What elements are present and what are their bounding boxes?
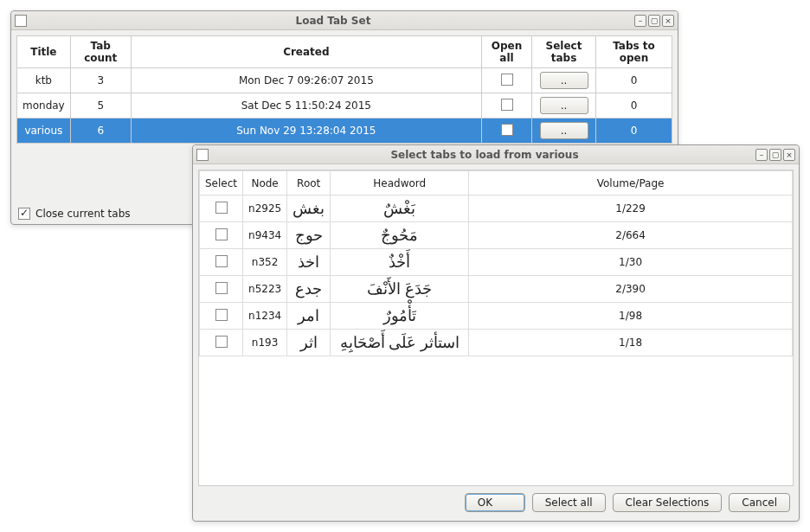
table-row[interactable]: various 6 Sun Nov 29 13:28:04 2015 .. 0 bbox=[17, 119, 672, 144]
open-all-checkbox[interactable] bbox=[501, 99, 513, 111]
table-row[interactable]: n2925 بغش بَغْشٌ 1/229 bbox=[200, 195, 793, 222]
select-checkbox[interactable] bbox=[215, 228, 228, 240]
window-icon bbox=[196, 149, 209, 161]
select-all-button[interactable]: Select all bbox=[532, 493, 606, 512]
cell-node: n352 bbox=[243, 249, 287, 276]
cell-volpage: 1/18 bbox=[469, 330, 793, 356]
cell-headword: جَدَعَ الأَنْفَ bbox=[331, 276, 469, 303]
window-controls: – ▢ × bbox=[634, 15, 674, 27]
header-select: Select bbox=[200, 171, 243, 195]
header-node: Node bbox=[243, 171, 287, 195]
cell-created: Sun Nov 29 13:28:04 2015 bbox=[131, 119, 481, 144]
close-button[interactable]: × bbox=[662, 15, 674, 27]
cell-created: Sat Dec 5 11:50:24 2015 bbox=[131, 93, 481, 119]
cancel-button[interactable]: Cancel bbox=[729, 493, 790, 512]
cell-node: n5223 bbox=[243, 276, 287, 303]
cell-volpage: 1/30 bbox=[469, 249, 793, 276]
tabs-table: Select Node Root Headword Volume/Page n2… bbox=[199, 170, 793, 356]
cell-node: n9434 bbox=[243, 222, 287, 249]
window-controls: – ▢ × bbox=[755, 149, 795, 161]
cell-headword: مَحُوجٌ bbox=[331, 222, 469, 249]
close-tabs-label: Close current tabs bbox=[35, 208, 131, 220]
window-title: Select tabs to load from various bbox=[214, 149, 755, 161]
table-row[interactable]: n9434 حوج مَحُوجٌ 2/664 bbox=[200, 222, 793, 249]
cell-volpage: 2/390 bbox=[469, 276, 793, 303]
tab-set-table: Title Tab count Created Open all Select … bbox=[16, 35, 672, 144]
select-checkbox[interactable] bbox=[215, 336, 228, 348]
cell-tab-count: 6 bbox=[70, 119, 131, 144]
table-row[interactable]: ktb 3 Mon Dec 7 09:26:07 2015 .. 0 bbox=[17, 68, 672, 93]
cell-tab-count: 5 bbox=[70, 93, 131, 119]
table-header-row: Title Tab count Created Open all Select … bbox=[17, 36, 672, 68]
header-created: Created bbox=[131, 36, 481, 68]
table-row[interactable]: monday 5 Sat Dec 5 11:50:24 2015 .. 0 bbox=[17, 93, 672, 119]
header-select-tabs: Select tabs bbox=[532, 36, 596, 68]
window-icon bbox=[15, 15, 27, 27]
select-checkbox[interactable] bbox=[215, 202, 228, 214]
cell-tab-count: 3 bbox=[70, 68, 131, 93]
table-header-row: Select Node Root Headword Volume/Page bbox=[200, 171, 793, 195]
table-row[interactable]: n352 اخذ أَخْذٌ 1/30 bbox=[200, 249, 793, 276]
select-tabs-button[interactable]: .. bbox=[540, 122, 588, 139]
header-tab-count: Tab count bbox=[70, 36, 131, 68]
cell-volpage: 2/664 bbox=[469, 222, 793, 249]
clear-button[interactable]: Clear Selections bbox=[613, 493, 723, 512]
cell-root: حوج bbox=[287, 222, 331, 249]
cell-created: Mon Dec 7 09:26:07 2015 bbox=[131, 68, 481, 93]
cell-title: ktb bbox=[17, 68, 71, 93]
minimize-button[interactable]: – bbox=[755, 149, 768, 161]
cell-root: بغش bbox=[287, 195, 331, 222]
select-tabs-button[interactable]: .. bbox=[540, 97, 588, 114]
cell-headword: بَغْشٌ bbox=[331, 195, 469, 222]
table-row[interactable]: n193 اثر استأثر عَلَى أَصْحَابِهِ 1/18 bbox=[200, 330, 793, 356]
minimize-button[interactable]: – bbox=[634, 15, 646, 27]
header-tabs-open: Tabs to open bbox=[596, 36, 672, 68]
open-all-checkbox[interactable] bbox=[501, 74, 513, 86]
cell-headword: تَأْمُورٌ bbox=[331, 303, 469, 330]
cell-root: اخذ bbox=[287, 249, 331, 276]
open-all-checkbox[interactable] bbox=[501, 124, 513, 136]
dialog-button-row: OK Select all Clear Selections Cancel bbox=[198, 486, 794, 516]
cell-tabs-open: 0 bbox=[596, 93, 672, 119]
select-tabs-window: Select tabs to load from various – ▢ × S… bbox=[192, 144, 800, 522]
titlebar: Load Tab Set – ▢ × bbox=[11, 11, 678, 30]
header-title: Title bbox=[17, 36, 71, 68]
cell-tabs-open: 0 bbox=[596, 119, 672, 144]
cell-root: امر bbox=[287, 303, 331, 330]
header-volpage: Volume/Page bbox=[469, 171, 793, 195]
cell-node: n193 bbox=[243, 330, 287, 356]
header-root: Root bbox=[287, 171, 331, 195]
cell-root: اثر bbox=[287, 330, 331, 356]
cell-tabs-open: 0 bbox=[596, 68, 672, 93]
cell-title: monday bbox=[17, 93, 71, 119]
maximize-button[interactable]: ▢ bbox=[648, 15, 660, 27]
maximize-button[interactable]: ▢ bbox=[769, 149, 781, 161]
close-button[interactable]: × bbox=[783, 149, 795, 161]
select-checkbox[interactable] bbox=[215, 255, 228, 267]
cell-volpage: 1/98 bbox=[469, 303, 793, 330]
select-checkbox[interactable] bbox=[215, 309, 228, 321]
cell-headword: أَخْذٌ bbox=[331, 249, 469, 276]
cell-title: various bbox=[17, 119, 71, 144]
table-row[interactable]: n5223 جدع جَدَعَ الأَنْفَ 2/390 bbox=[200, 276, 793, 303]
close-tabs-checkbox[interactable] bbox=[18, 208, 30, 220]
cell-node: n2925 bbox=[243, 195, 287, 222]
titlebar: Select tabs to load from various – ▢ × bbox=[193, 145, 799, 164]
header-open-all: Open all bbox=[482, 36, 532, 68]
cell-node: n1234 bbox=[243, 303, 287, 330]
window-title: Load Tab Set bbox=[32, 15, 634, 27]
table-row[interactable]: n1234 امر تَأْمُورٌ 1/98 bbox=[200, 303, 793, 330]
select-checkbox[interactable] bbox=[215, 282, 228, 294]
ok-button[interactable]: OK bbox=[465, 493, 525, 512]
cell-root: جدع bbox=[287, 276, 331, 303]
header-headword: Headword bbox=[331, 171, 469, 195]
select-tabs-button[interactable]: .. bbox=[540, 72, 588, 89]
cell-headword: استأثر عَلَى أَصْحَابِهِ bbox=[331, 330, 469, 356]
cell-volpage: 1/229 bbox=[469, 195, 793, 222]
